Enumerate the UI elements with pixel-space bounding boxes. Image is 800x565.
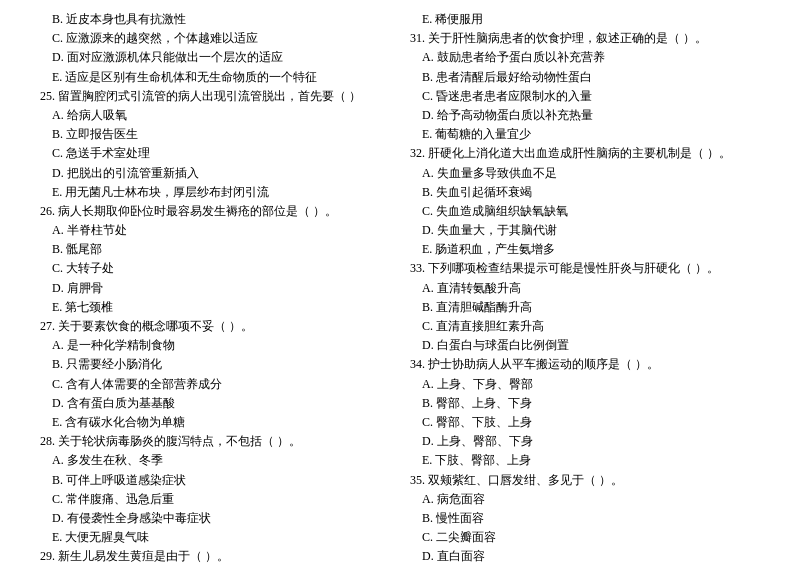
question-title: 33. 下列哪项检查结果提示可能是慢性肝炎与肝硬化（ ）。 — [410, 259, 760, 278]
option: E. 下肢、臀部、上身 — [410, 451, 760, 470]
option: A. 直清转氨酸升高 — [410, 279, 760, 298]
option: C. 失血造成脑组织缺氧缺氧 — [410, 202, 760, 221]
left-column: B. 近皮本身也具有抗激性C. 应激源来的越突然，个体越难以适应D. 面对应激源… — [40, 10, 390, 565]
question-title: 31. 关于肝性脑病患者的饮食护理，叙述正确的是（ ）。 — [410, 29, 760, 48]
option: A. 鼓励患者给予蛋白质以补充营养 — [410, 48, 760, 67]
option: B. 失血引起循环衰竭 — [410, 183, 760, 202]
question-title: 32. 肝硬化上消化道大出血造成肝性脑病的主要机制是（ ）。 — [410, 144, 760, 163]
option: E. 第七颈椎 — [40, 298, 390, 317]
question-title: 34. 护士协助病人从平车搬运动的顺序是（ ）。 — [410, 355, 760, 374]
option: D. 给予高动物蛋白质以补充热量 — [410, 106, 760, 125]
option: C. 直清直接胆红素升高 — [410, 317, 760, 336]
option: E. 肠道积血，产生氨增多 — [410, 240, 760, 259]
option: C. 二尖瓣面容 — [410, 528, 760, 547]
option: D. 失血量大，于其脑代谢 — [410, 221, 760, 240]
option: A. 给病人吸氧 — [40, 106, 390, 125]
option: A. 上身、下身、臀部 — [410, 375, 760, 394]
option: B. 慢性面容 — [410, 509, 760, 528]
option: C. 大转子处 — [40, 259, 390, 278]
option: C. 急送手术室处理 — [40, 144, 390, 163]
option: C. 常伴腹痛、迅急后重 — [40, 490, 390, 509]
option: E. 含有碳水化合物为单糖 — [40, 413, 390, 432]
option: B. 患者清醒后最好给动物性蛋白 — [410, 68, 760, 87]
option: D. 含有蛋白质为基基酸 — [40, 394, 390, 413]
option: E. 稀便服用 — [410, 10, 760, 29]
option: A. 失血量多导致供血不足 — [410, 164, 760, 183]
option: C. 昏迷患者患者应限制水的入量 — [410, 87, 760, 106]
option: B. 只需要经小肠消化 — [40, 355, 390, 374]
option: D. 上身、臀部、下身 — [410, 432, 760, 451]
option: A. 多发生在秋、冬季 — [40, 451, 390, 470]
option: B. 立即报告医生 — [40, 125, 390, 144]
option: D. 把脱出的引流管重新插入 — [40, 164, 390, 183]
two-column-layout: B. 近皮本身也具有抗激性C. 应激源来的越突然，个体越难以适应D. 面对应激源… — [40, 10, 760, 565]
option: D. 直白面容 — [410, 547, 760, 565]
option: C. 含有人体需要的全部营养成分 — [40, 375, 390, 394]
option: C. 应激源来的越突然，个体越难以适应 — [40, 29, 390, 48]
right-column: E. 稀便服用31. 关于肝性脑病患者的饮食护理，叙述正确的是（ ）。A. 鼓励… — [410, 10, 760, 565]
question-title: 27. 关于要素饮食的概念哪项不妥（ ）。 — [40, 317, 390, 336]
option: D. 面对应激源机体只能做出一个层次的适应 — [40, 48, 390, 67]
question-title: 35. 双颊紫红、口唇发绀、多见于（ ）。 — [410, 471, 760, 490]
option: B. 近皮本身也具有抗激性 — [40, 10, 390, 29]
option: D. 肩胛骨 — [40, 279, 390, 298]
option: B. 骶尾部 — [40, 240, 390, 259]
option: E. 葡萄糖的入量宜少 — [410, 125, 760, 144]
option: E. 大便无腥臭气味 — [40, 528, 390, 547]
option: B. 直清胆碱酯酶升高 — [410, 298, 760, 317]
option: B. 可伴上呼吸道感染症状 — [40, 471, 390, 490]
question-title: 26. 病人长期取仰卧位时最容易发生褥疮的部位是（ ）。 — [40, 202, 390, 221]
page-content: B. 近皮本身也具有抗激性C. 应激源来的越突然，个体越难以适应D. 面对应激源… — [40, 10, 760, 565]
question-title: 25. 留置胸腔闭式引流管的病人出现引流管脱出，首先要（ ） — [40, 87, 390, 106]
option: D. 白蛋白与球蛋白比例倒置 — [410, 336, 760, 355]
question-title: 29. 新生儿易发生黄疸是由于（ ）。 — [40, 547, 390, 565]
option: D. 有侵袭性全身感染中毒症状 — [40, 509, 390, 528]
option: A. 是一种化学精制食物 — [40, 336, 390, 355]
option: E. 适应是区别有生命机体和无生命物质的一个特征 — [40, 68, 390, 87]
option: C. 臀部、下肢、上身 — [410, 413, 760, 432]
option: B. 臀部、上身、下身 — [410, 394, 760, 413]
option: E. 用无菌凡士林布块，厚层纱布封闭引流 — [40, 183, 390, 202]
question-title: 28. 关于轮状病毒肠炎的腹泻特点，不包括（ ）。 — [40, 432, 390, 451]
option: A. 半脊柱节处 — [40, 221, 390, 240]
option: A. 病危面容 — [410, 490, 760, 509]
